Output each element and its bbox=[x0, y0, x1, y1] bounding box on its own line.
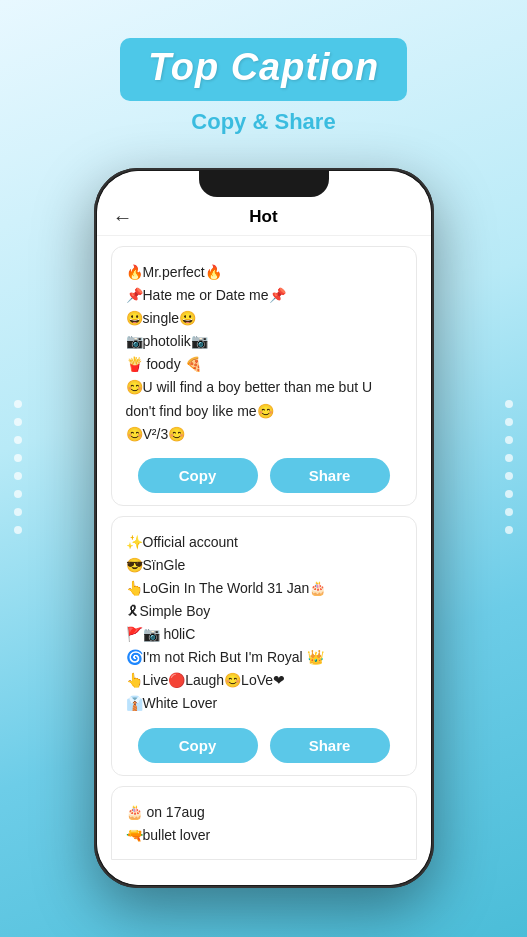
main-title: Top Caption bbox=[148, 46, 379, 89]
nav-bar: ← Hot bbox=[97, 203, 431, 236]
phone-inner: ← Hot 🔥Mr.perfect🔥 📌Hate me or Date me📌 … bbox=[97, 171, 431, 885]
top-caption-banner: Top Caption bbox=[120, 38, 407, 101]
header-area: Top Caption Copy & Share bbox=[0, 0, 527, 151]
card2-btn-row: Copy Share bbox=[126, 728, 402, 763]
caption-card-2: ✨Official account 😎SïnGle 👆LoGin In The … bbox=[111, 516, 417, 776]
sub-caption: Copy & Share bbox=[20, 109, 507, 135]
card1-btn-row: Copy Share bbox=[126, 458, 402, 493]
caption-text-2: ✨Official account 😎SïnGle 👆LoGin In The … bbox=[126, 531, 402, 716]
caption-card-1: 🔥Mr.perfect🔥 📌Hate me or Date me📌 😀singl… bbox=[111, 246, 417, 506]
caption-card-3-partial: 🎂 on 17aug 🔫bullet lover bbox=[111, 786, 417, 860]
phone-frame: ← Hot 🔥Mr.perfect🔥 📌Hate me or Date me📌 … bbox=[94, 168, 434, 888]
card1-share-button[interactable]: Share bbox=[270, 458, 390, 493]
caption-text-3: 🎂 on 17aug 🔫bullet lover bbox=[126, 801, 402, 847]
phone-screen[interactable]: ← Hot 🔥Mr.perfect🔥 📌Hate me or Date me📌 … bbox=[97, 171, 431, 885]
card2-copy-button[interactable]: Copy bbox=[138, 728, 258, 763]
dots-left bbox=[14, 400, 22, 534]
card2-share-button[interactable]: Share bbox=[270, 728, 390, 763]
caption-text-1: 🔥Mr.perfect🔥 📌Hate me or Date me📌 😀singl… bbox=[126, 261, 402, 446]
card1-copy-button[interactable]: Copy bbox=[138, 458, 258, 493]
dots-right bbox=[505, 400, 513, 534]
phone-notch bbox=[199, 171, 329, 197]
nav-title: Hot bbox=[249, 207, 277, 227]
back-arrow-icon[interactable]: ← bbox=[113, 206, 133, 229]
